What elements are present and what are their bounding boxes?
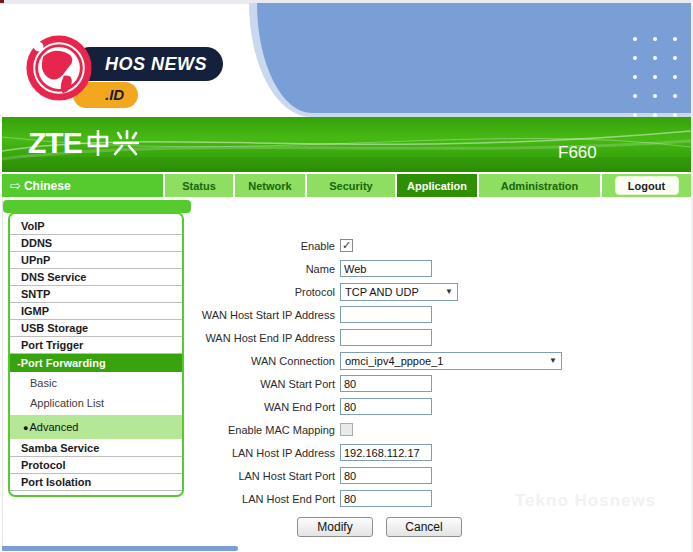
- enable-label: Enable: [190, 240, 340, 252]
- dot-icon: [633, 56, 637, 60]
- form-row: WAN Host Start IP Address: [190, 303, 690, 326]
- tab-application[interactable]: Application: [397, 174, 477, 197]
- logout-strip: Logout: [602, 174, 691, 197]
- selected-option-label: omci_ipv4_pppoe_1: [345, 355, 443, 367]
- corner-artifact: [0, 0, 4, 3]
- sidebar-item-application-list[interactable]: Application List: [10, 392, 182, 412]
- wan-connection-label: WAN Connection: [190, 355, 340, 367]
- wan-end-port-input[interactable]: [340, 398, 432, 415]
- bottom-blue-bar: [2, 546, 238, 551]
- wan-host-start-ip-address-label: WAN Host Start IP Address: [190, 309, 340, 321]
- form-row: ProtocolTCP AND UDP▼: [190, 280, 690, 303]
- wan-host-end-ip-address-input[interactable]: [340, 329, 432, 346]
- dot-icon: [633, 94, 637, 98]
- dot-icon: [633, 37, 637, 41]
- lan-host-ip-address-label: LAN Host IP Address: [190, 447, 340, 459]
- tab-administration[interactable]: Administration: [479, 174, 600, 197]
- sidebar-item-port-forwarding[interactable]: -Port Forwarding: [10, 354, 182, 372]
- wan-connection-select[interactable]: omci_ipv4_pppoe_1▼: [340, 352, 562, 370]
- sidebar-item-upnp[interactable]: UPnP: [10, 252, 182, 269]
- bullet-icon: ●: [23, 423, 28, 433]
- form-buttons: Modify Cancel: [297, 517, 690, 537]
- cancel-button[interactable]: Cancel: [386, 517, 462, 537]
- sidebar-item-samba-service[interactable]: Samba Service: [10, 440, 182, 457]
- form-row: WAN Start Port: [190, 372, 690, 395]
- form-row: WAN End Port: [190, 395, 690, 418]
- sidebar-item-ddns[interactable]: DDNS: [10, 235, 182, 252]
- form-row: LAN Host Start Port: [190, 464, 690, 487]
- enable-checkbox[interactable]: ✓: [340, 239, 353, 252]
- wan-start-port-label: WAN Start Port: [190, 378, 340, 390]
- enable-mac-mapping-label: Enable MAC Mapping: [190, 424, 340, 436]
- language-link[interactable]: ⇨ Chinese: [2, 174, 163, 197]
- tab-status[interactable]: Status: [165, 174, 233, 197]
- nav-tabs: StatusNetworkSecurityApplicationAdminist…: [165, 174, 600, 197]
- dot-icon: [653, 56, 657, 60]
- dots-pattern: [625, 29, 685, 124]
- globe-icon: [25, 34, 93, 102]
- dot-icon: [633, 113, 637, 117]
- logo-text-primary: HOS NEWS: [73, 47, 223, 81]
- sidebar-menu: VoIPDDNSUPnPDNS ServiceSNTPIGMPUSB Stora…: [8, 212, 184, 497]
- wan-start-port-input[interactable]: [340, 375, 432, 392]
- name-input[interactable]: [340, 260, 432, 277]
- lan-host-ip-address-input[interactable]: [340, 444, 432, 461]
- form-row: Name: [190, 257, 690, 280]
- selected-option-label: TCP AND UDP: [345, 286, 419, 298]
- enable-mac-mapping-checkbox[interactable]: [340, 423, 353, 436]
- dot-icon: [633, 75, 637, 79]
- watermark-text: Tekno Hosnews: [515, 491, 656, 511]
- arrow-right-icon: ⇨: [10, 178, 21, 193]
- form-row: Enable✓: [190, 234, 690, 257]
- checkmark-icon: ✓: [342, 239, 351, 252]
- sidebar-item-igmp[interactable]: IGMP: [10, 303, 182, 320]
- sidebar-item-port-isolation[interactable]: Port Isolation: [10, 474, 182, 491]
- zte-logo: ZTE: [28, 126, 139, 160]
- site-logo: HOS NEWS .ID: [25, 34, 225, 109]
- sidebar-item-usb-storage[interactable]: USB Storage: [10, 320, 182, 337]
- dot-icon: [653, 37, 657, 41]
- lan-host-end-port-label: LAN Host End Port: [190, 493, 340, 505]
- dot-icon: [673, 37, 677, 41]
- dot-icon: [653, 94, 657, 98]
- zte-logo-latin: ZTE: [28, 126, 82, 160]
- sidebar-item-label: Advanced: [29, 421, 78, 433]
- lan-host-end-port-input[interactable]: [340, 490, 432, 507]
- header-blue-shape: [257, 3, 691, 113]
- tab-security[interactable]: Security: [307, 174, 395, 197]
- sidebar-item-dns-service[interactable]: DNS Service: [10, 269, 182, 286]
- router-admin-page: HOS NEWS .ID ZTE F660: [0, 0, 693, 552]
- dot-icon: [653, 113, 657, 117]
- dot-icon: [653, 75, 657, 79]
- dot-icon: [673, 56, 677, 60]
- name-label: Name: [190, 263, 340, 275]
- sidebar-item-port-trigger[interactable]: Port Trigger: [10, 337, 182, 354]
- sidebar-item-basic[interactable]: Basic: [10, 372, 182, 392]
- protocol-select[interactable]: TCP AND UDP▼: [340, 283, 458, 301]
- form-rows: Enable✓NameProtocolTCP AND UDP▼WAN Host …: [190, 234, 690, 510]
- form-row: WAN Host End IP Address: [190, 326, 690, 349]
- wan-host-start-ip-address-input[interactable]: [340, 306, 432, 323]
- chevron-down-icon: ▼: [445, 287, 453, 296]
- model-number: F660: [558, 143, 597, 163]
- modify-button[interactable]: Modify: [297, 517, 373, 537]
- tab-network[interactable]: Network: [235, 174, 305, 197]
- form-row: WAN Connectionomci_ipv4_pppoe_1▼: [190, 349, 690, 372]
- form-row: LAN Host IP Address: [190, 441, 690, 464]
- form-row: Enable MAC Mapping: [190, 418, 690, 441]
- wan-host-end-ip-address-label: WAN Host End IP Address: [190, 332, 340, 344]
- language-link-label: Chinese: [24, 179, 71, 193]
- dot-icon: [673, 75, 677, 79]
- lan-host-start-port-label: LAN Host Start Port: [190, 470, 340, 482]
- sidebar-item-sntp[interactable]: SNTP: [10, 286, 182, 303]
- sidebar-item-voip[interactable]: VoIP: [10, 218, 182, 235]
- sidebar-item-protocol[interactable]: Protocol: [10, 457, 182, 474]
- lan-host-start-port-input[interactable]: [340, 467, 432, 484]
- protocol-label: Protocol: [190, 286, 340, 298]
- main-nav: ⇨ Chinese StatusNetworkSecurityApplicati…: [2, 174, 691, 197]
- sidebar-item-advanced[interactable]: ●Advanced: [10, 415, 182, 439]
- zte-cjk-icon: [87, 130, 139, 156]
- logout-button[interactable]: Logout: [615, 176, 679, 195]
- dot-icon: [673, 113, 677, 117]
- dot-icon: [673, 94, 677, 98]
